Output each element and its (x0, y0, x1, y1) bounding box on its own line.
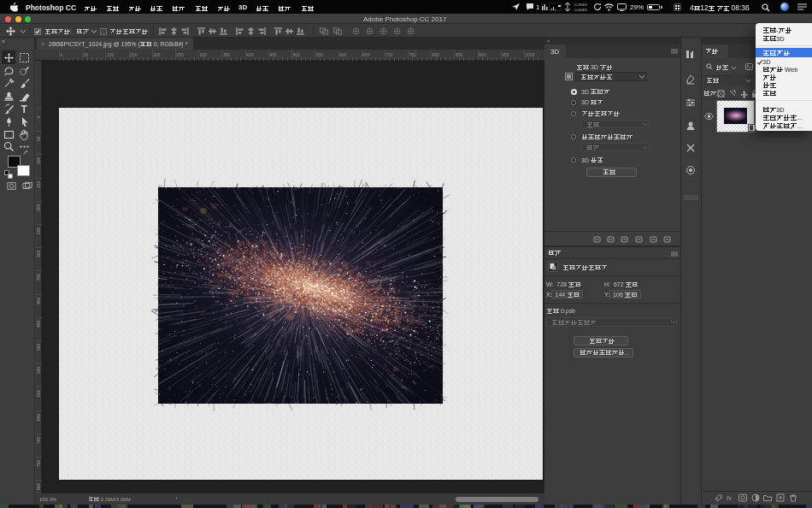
svg-text:fx: fx (727, 494, 733, 502)
svg-text:T: T (21, 103, 27, 115)
